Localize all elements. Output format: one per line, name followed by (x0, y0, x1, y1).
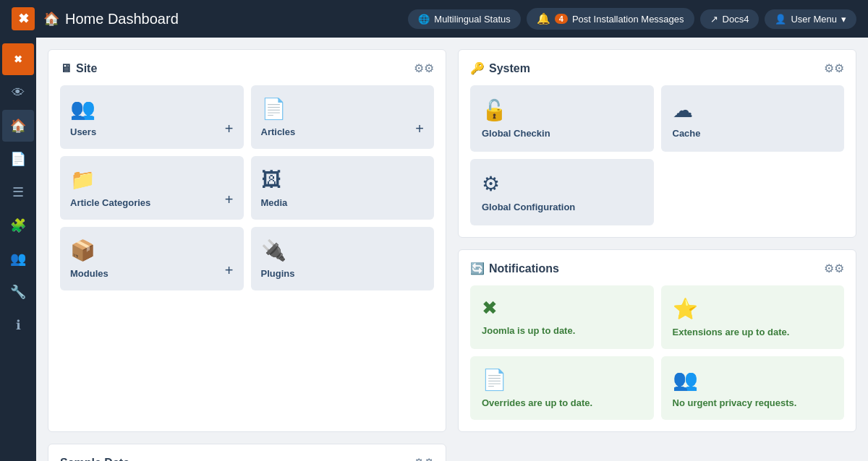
system-panel: 🔑 System ⚙⚙ 🔓 Global Checkin ☁ Cache (458, 49, 856, 238)
cloud-icon: ☁ (673, 98, 833, 122)
articles-item[interactable]: 📄 Articles + (251, 85, 435, 149)
user-menu-button[interactable]: 👤 User Menu ▾ (765, 9, 856, 29)
notifications-badge: 4 (555, 14, 568, 24)
notifications-grid: ✖ Joomla is up to date. ⭐ Extensions are… (470, 285, 844, 420)
monitor-icon: 🖥 (60, 62, 72, 75)
plugins-icon: 🔌 (261, 238, 286, 262)
system-panel-header: 🔑 System ⚙⚙ (470, 61, 844, 75)
privacy-status-item[interactable]: 👥 No urgent privacy requests. (661, 356, 845, 420)
checkin-icon: 🔓 (482, 98, 642, 122)
site-panel-header: 🖥 Site ⚙⚙ (60, 61, 434, 75)
content-area: 🖥 Site ⚙⚙ 👥 Users + 📄 (36, 38, 868, 461)
docs-label: Docs4 (723, 14, 749, 25)
refresh-icon: 🔄 (470, 262, 485, 275)
notifications-panel-title: 🔄 Notifications (470, 262, 559, 275)
home-icon: 🏠 (43, 11, 59, 27)
config-icon: ⚙ (482, 172, 642, 196)
sample-data-panel-header: Sample Data ⚙⚙ (60, 456, 434, 461)
categories-icon: 📁 (70, 168, 95, 191)
global-config-item[interactable]: ⚙ Global Configuration (470, 159, 654, 225)
modules-item[interactable]: 📦 Modules + (60, 227, 244, 290)
sidebar-item-home[interactable]: 🏠 (2, 110, 34, 142)
sample-data-panel-gear[interactable]: ⚙⚙ (414, 456, 434, 461)
system-grid: 🔓 Global Checkin ☁ Cache ⚙ Global Config… (470, 85, 844, 225)
users-add-icon[interactable]: + (225, 121, 234, 137)
privacy-icon: 👥 (673, 368, 833, 392)
multilingual-icon: 🌐 (418, 14, 430, 25)
star-icon: ⭐ (673, 297, 833, 321)
media-icon: 🖼 (261, 168, 281, 191)
system-panel-gear[interactable]: ⚙⚙ (824, 61, 844, 75)
sidebar-item-joomla[interactable]: ✖ (2, 43, 34, 75)
user-icon: 👤 (775, 14, 786, 25)
sidebar-item-system[interactable]: 🔧 (2, 276, 34, 308)
notifications-panel-header: 🔄 Notifications ⚙⚙ (470, 262, 844, 275)
sample-data-panel: Sample Data ⚙⚙ 📶 Blog Sample Data ⬇ Inst… (48, 444, 446, 461)
navbar-actions: 🌐 Multilingual Status 🔔 4 Post Installat… (408, 8, 856, 30)
articles-icon: 📄 (261, 97, 286, 121)
users-icon: 👥 (70, 97, 95, 121)
notifications-panel: 🔄 Notifications ⚙⚙ ✖ Joomla is up to dat… (458, 249, 856, 432)
main-layout: ✖ 👁 🏠 📄 ☰ 🧩 👥 🔧 ℹ 🖥 Site ⚙⚙ 👥 (0, 38, 868, 461)
sidebar-item-menus[interactable]: ☰ (2, 176, 34, 208)
site-grid: 👥 Users + 📄 Articles + 📁 (60, 85, 434, 290)
modules-add-icon[interactable]: + (225, 262, 234, 279)
docs-button[interactable]: ↗ Docs4 (700, 9, 760, 29)
sidebar-item-preview[interactable]: 👁 (2, 77, 34, 108)
site-panel-gear[interactable]: ⚙⚙ (414, 61, 434, 75)
extensions-status-item[interactable]: ⭐ Extensions are up to date. (661, 285, 845, 349)
external-link-icon: ↗ (710, 14, 718, 25)
chevron-down-icon: ▾ (841, 14, 846, 25)
navbar-title: 🏠 Home Dashboard (43, 11, 179, 27)
sidebar: ✖ 👁 🏠 📄 ☰ 🧩 👥 🔧 ℹ (0, 38, 36, 461)
system-panel-title: 🔑 System (470, 61, 530, 75)
multilingual-status-button[interactable]: 🌐 Multilingual Status (408, 9, 521, 29)
notifications-panel-gear[interactable]: ⚙⚙ (824, 262, 844, 275)
notifications-label: Post Installation Messages (572, 14, 684, 25)
sidebar-item-components[interactable]: 🧩 (2, 210, 34, 241)
joomla-status-item[interactable]: ✖ Joomla is up to date. (470, 285, 654, 349)
right-column: 🔑 System ⚙⚙ 🔓 Global Checkin ☁ Cache (458, 49, 856, 432)
plugins-item[interactable]: 🔌 Plugins (251, 227, 435, 290)
articles-add-icon[interactable]: + (415, 121, 424, 137)
joomla-status-icon: ✖ (482, 297, 642, 319)
sidebar-item-users[interactable]: 👥 (2, 243, 34, 275)
multilingual-label: Multilingual Status (434, 14, 511, 25)
users-item[interactable]: 👥 Users + (60, 85, 244, 149)
cache-item[interactable]: ☁ Cache (661, 85, 845, 152)
sample-data-panel-title: Sample Data (60, 457, 129, 462)
overrides-icon: 📄 (482, 368, 642, 392)
sidebar-item-content[interactable]: 📄 (2, 143, 34, 175)
media-item[interactable]: 🖼 Media (251, 156, 435, 220)
article-categories-item[interactable]: 📁 Article Categories + (60, 156, 244, 220)
site-panel: 🖥 Site ⚙⚙ 👥 Users + 📄 (48, 49, 446, 432)
key-icon: 🔑 (470, 61, 485, 75)
user-menu-label: User Menu (791, 14, 837, 25)
global-checkin-item[interactable]: 🔓 Global Checkin (470, 85, 654, 152)
modules-icon: 📦 (70, 238, 95, 262)
categories-add-icon[interactable]: + (225, 191, 234, 208)
bell-icon: 🔔 (537, 12, 550, 25)
navbar: ✖ 🏠 Home Dashboard 🌐 Multilingual Status… (0, 0, 868, 38)
page-title: Home Dashboard (65, 11, 179, 27)
joomla-logo[interactable]: ✖ (12, 7, 35, 30)
notifications-button[interactable]: 🔔 4 Post Installation Messages (527, 8, 694, 30)
sidebar-item-info[interactable]: ℹ (2, 309, 34, 341)
overrides-status-item[interactable]: 📄 Overrides are up to date. (470, 356, 654, 420)
site-panel-title: 🖥 Site (60, 62, 97, 75)
